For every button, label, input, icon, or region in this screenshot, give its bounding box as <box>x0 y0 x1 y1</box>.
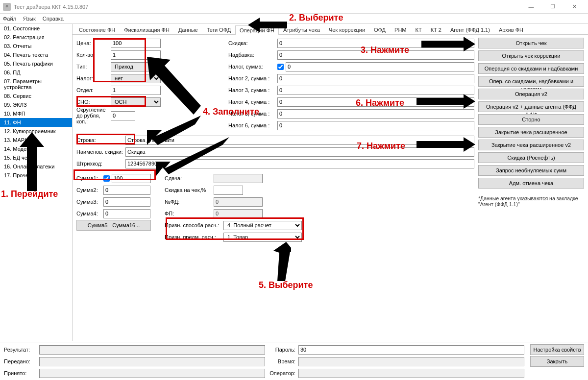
label-oper: Оператор: <box>268 370 295 376</box>
label-sum2: Сумма2: <box>76 187 103 193</box>
tab-9[interactable]: КТ <box>411 25 426 34</box>
form-panel: Цена: Кол-во: Тип:Приход Налог:нет Отдел… <box>76 38 474 338</box>
tax-select[interactable]: нет <box>111 74 161 83</box>
subjattr-select[interactable]: 1. Товар <box>223 233 302 242</box>
sidebar-item-14[interactable]: 15. БД чеков <box>0 153 72 162</box>
tab-6[interactable]: Чек коррекции <box>324 25 369 34</box>
sidebar-item-5[interactable]: 06. ПД <box>0 68 72 77</box>
qty-input[interactable] <box>111 50 161 60</box>
tab-7[interactable]: ОФД <box>369 25 390 34</box>
label-discount: Скидка: <box>228 40 277 46</box>
label-type: Тип: <box>76 64 111 70</box>
sum4-input[interactable] <box>103 209 150 218</box>
sidebar-item-3[interactable]: 04. Печать текста <box>0 50 72 59</box>
payattr-select[interactable]: 4. Полный расчет <box>223 221 302 230</box>
sum2-input[interactable] <box>103 186 150 195</box>
round-input[interactable] <box>111 111 135 120</box>
sno-select[interactable]: ОСН <box>111 97 161 107</box>
op-v2-agent-button[interactable]: Операция v2 + данные агента (ФФД 1.1)* <box>478 101 584 112</box>
dept-input[interactable] <box>111 86 161 95</box>
tab-5[interactable]: Атрибуты чека <box>279 25 324 34</box>
discount-rosneft-button[interactable]: Скидка (Роснефть) <box>478 152 584 163</box>
annotation-5: 5. Выберите <box>259 280 313 290</box>
sidebar-item-7[interactable]: 08. Сервис <box>0 92 72 100</box>
receiptdisc-input[interactable] <box>214 186 243 195</box>
sidebar-item-16[interactable]: 17. Прочее <box>0 171 72 180</box>
close-button[interactable]: ✕ <box>564 0 585 14</box>
tab-1[interactable]: Фискализация ФН <box>120 25 174 34</box>
change-input <box>214 174 263 183</box>
line-input[interactable] <box>125 136 474 145</box>
close-ext-v2-button[interactable]: Закрытие чека расширенное v2 <box>478 140 584 150</box>
menu-file[interactable]: Файл <box>3 16 16 22</box>
sidebar-item-0[interactable]: 01. Состояние <box>0 24 72 33</box>
sidebar-item-2[interactable]: 03. Отчеты <box>0 42 72 50</box>
label-tax: Налог: <box>76 75 111 81</box>
tab-4[interactable]: Операции ФН <box>235 25 279 35</box>
tab-2[interactable]: Данные <box>174 25 202 34</box>
discname-input[interactable] <box>125 147 474 157</box>
taxsum-input[interactable] <box>286 62 474 71</box>
tax5-input[interactable] <box>277 109 474 119</box>
tab-11[interactable]: Агент (ФФД 1.1) <box>446 25 494 34</box>
tax2-input[interactable] <box>277 74 474 83</box>
sidebar-item-1[interactable]: 02. Регистрация <box>0 33 72 42</box>
tab-8[interactable]: РНМ <box>390 25 411 34</box>
minimize-button[interactable]: — <box>520 0 542 14</box>
sum3-input[interactable] <box>103 197 150 207</box>
maximize-button[interactable]: ☐ <box>542 0 564 14</box>
open-correction-button[interactable]: Открыть чек коррекции <box>478 50 584 61</box>
taxsum-checkbox[interactable] <box>277 64 284 70</box>
op-discounts-tax-button[interactable]: Опер. со скидками, надбавками и налогом <box>478 76 584 87</box>
tab-10[interactable]: КТ 2 <box>426 25 446 34</box>
label-sum4: Сумма4: <box>76 211 103 216</box>
menu-lang[interactable]: Язык <box>23 16 36 22</box>
close-app-button[interactable]: Закрыть <box>530 356 584 367</box>
sidebar-item-12[interactable]: 13. МАРК-К <box>0 136 72 144</box>
tax6-input[interactable] <box>277 121 474 130</box>
sidebar: 01. Состояние02. Регистрация03. Отчеты04… <box>0 24 73 341</box>
sidebar-item-10[interactable]: 11. ФН <box>0 118 72 127</box>
query-sums-button[interactable]: Запрос необнуляемых сумм <box>478 165 584 176</box>
sidebar-item-11[interactable]: 12. Купюроприемник <box>0 127 72 136</box>
open-receipt-button[interactable]: Открыть чек <box>478 38 584 48</box>
tab-3[interactable]: Теги ОФД <box>202 25 235 34</box>
password-input[interactable] <box>298 345 524 355</box>
close-ext-button[interactable]: Закрытие чека расширенное <box>478 127 584 138</box>
app-icon <box>3 3 11 11</box>
sum1-input[interactable] <box>112 174 151 183</box>
sidebar-item-13[interactable]: 14. МодемК <box>0 144 72 153</box>
storno-button[interactable]: Сторно <box>478 114 584 125</box>
admin-cancel-button[interactable]: Адм. отмена чека <box>478 178 584 189</box>
op-v2-button[interactable]: Операция v2 <box>478 89 584 99</box>
label-subjattr: Призн. предм. расч.: <box>165 234 223 240</box>
sum1-checkbox[interactable] <box>103 175 110 182</box>
sidebar-item-6[interactable]: 07. Параметры устройства <box>0 77 72 92</box>
settings-button[interactable]: Настройка свойств <box>530 344 584 355</box>
recv-input <box>39 369 265 378</box>
barcode-input[interactable] <box>125 159 474 168</box>
sidebar-item-8[interactable]: 09. ЭКЛЗ <box>0 100 72 109</box>
tax3-input[interactable] <box>277 86 474 95</box>
label-recv: Принято: <box>4 370 36 376</box>
label-tax3: Налог 3, сумма : <box>228 87 277 93</box>
sidebar-item-4[interactable]: 05. Печать графики <box>0 59 72 68</box>
annotation-1: 1. Перейдите <box>1 189 58 199</box>
type-select[interactable]: Приход <box>111 62 161 71</box>
label-sum1: Сумма1: <box>76 175 103 181</box>
tab-0[interactable]: Состояние ФН <box>74 25 120 34</box>
sent-input <box>39 357 265 366</box>
fdnum-input <box>214 197 263 207</box>
tab-12[interactable]: Архив ФН <box>494 25 528 34</box>
op-discounts-button[interactable]: Операция со скидками и надбавками <box>478 63 584 74</box>
label-receiptdisc: Скидка на чек,% <box>165 187 214 193</box>
sidebar-item-15[interactable]: 16. Онлайн платежи <box>0 162 72 171</box>
price-input[interactable] <box>111 39 161 48</box>
agent-note: *Данные агента указываются на закладке "… <box>478 195 584 207</box>
label-sum3: Сумма3: <box>76 199 103 205</box>
sidebar-item-9[interactable]: 10. МФП <box>0 109 72 118</box>
menu-help[interactable]: Справка <box>43 16 64 22</box>
label-result: Результат: <box>4 347 36 353</box>
label-round: Округление до рубля, коп.: <box>76 107 111 124</box>
sum5-button[interactable]: Сумма5 - Сумма16... <box>76 220 151 231</box>
